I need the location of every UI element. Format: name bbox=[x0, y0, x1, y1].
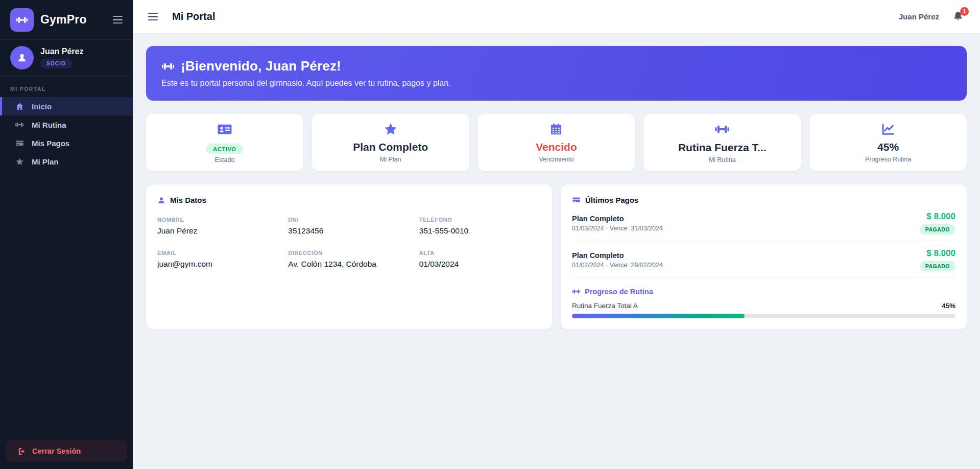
sidebar-item-mi-rutina[interactable]: Mi Rutina bbox=[0, 115, 133, 134]
status-badge: ACTIVO bbox=[206, 144, 243, 154]
payment-dates: 01/03/2024 · Vence: 31/03/2024 bbox=[572, 225, 663, 232]
payment-amount: $ 8.000 bbox=[920, 248, 955, 259]
welcome-banner: ¡Bienvenido, Juan Pérez! Este es tu port… bbox=[146, 46, 967, 101]
payment-amount: $ 8.000 bbox=[920, 212, 955, 222]
stat-card-mi-plan: Plan Completo Mi Plan bbox=[312, 114, 469, 171]
field-alta: ALTA 01/03/2024 bbox=[419, 250, 541, 269]
sidebar-item-label: Inicio bbox=[32, 102, 52, 111]
payment-row: Plan Completo 01/02/2024 · Vence: 29/02/… bbox=[572, 241, 955, 278]
dumbbell-icon bbox=[15, 120, 24, 129]
stat-label: Mi Plan bbox=[380, 156, 401, 163]
sidebar-item-mis-pagos[interactable]: Mis Pagos bbox=[0, 134, 133, 152]
chart-line-icon bbox=[881, 122, 895, 136]
topbar: Mi Portal Juan Pérez 1 bbox=[133, 0, 980, 34]
ultimos-pagos-card: Últimos Pagos Plan Completo 01/03/2024 ·… bbox=[561, 184, 967, 330]
stats-row: ACTIVO Estado Plan Completo Mi Plan Venc… bbox=[146, 114, 967, 171]
stat-card-vencimiento: Vencido Vencimiento bbox=[478, 114, 635, 171]
user-icon bbox=[157, 196, 165, 204]
sidebar-logo-row: GymPro bbox=[0, 0, 133, 40]
credit-card-icon bbox=[15, 139, 24, 148]
notifications-button[interactable]: 1 bbox=[952, 11, 965, 23]
payment-dates: 01/02/2024 · Vence: 29/02/2024 bbox=[572, 262, 663, 269]
field-label: DNI bbox=[288, 217, 410, 223]
field-label: EMAIL bbox=[157, 250, 279, 256]
star-icon bbox=[384, 122, 398, 136]
app-logo bbox=[10, 8, 34, 32]
payment-status-badge: PAGADO bbox=[920, 261, 955, 271]
sidebar-nav: Inicio Mi Rutina Mis Pagos Mi Plan bbox=[0, 97, 133, 171]
field-value: juan@gym.com bbox=[157, 260, 279, 269]
field-value: Av. Colón 1234, Córdoba bbox=[288, 260, 410, 269]
field-telefono: TELÉFONO 351-555-0010 bbox=[419, 217, 541, 236]
logout-icon bbox=[17, 447, 26, 456]
sidebar-item-mi-plan[interactable]: Mi Plan bbox=[0, 152, 133, 171]
stat-value: Rutina Fuerza T... bbox=[678, 142, 767, 154]
sidebar: GymPro Juan Pérez SOCIO MI PORTAL Inicio… bbox=[0, 0, 133, 469]
field-value: Juan Pérez bbox=[157, 226, 279, 236]
role-badge: SOCIO bbox=[40, 59, 72, 68]
field-nombre: NOMBRE Juan Pérez bbox=[157, 217, 279, 236]
mis-datos-card: Mis Datos NOMBRE Juan Pérez DNI 35123456… bbox=[146, 184, 552, 330]
routine-percent: 45% bbox=[942, 302, 955, 310]
dumbbell-icon bbox=[16, 14, 28, 26]
content-area: ¡Bienvenido, Juan Pérez! Este es tu port… bbox=[133, 34, 980, 342]
field-dni: DNI 35123456 bbox=[288, 217, 410, 236]
field-direccion: DIRECCIÓN Av. Colón 1234, Córdoba bbox=[288, 250, 410, 269]
logout-button[interactable]: Cerrar Sesión bbox=[6, 440, 127, 462]
menu-toggle-button[interactable] bbox=[148, 13, 158, 21]
panels-row: Mis Datos NOMBRE Juan Pérez DNI 35123456… bbox=[146, 184, 967, 330]
stat-card-estado: ACTIVO Estado bbox=[146, 114, 303, 171]
id-card-icon bbox=[217, 122, 232, 137]
sidebar-item-label: Mis Pagos bbox=[32, 139, 69, 148]
stat-label: Progreso Rutina bbox=[865, 156, 911, 163]
stat-card-progreso: 45% Progreso Rutina bbox=[809, 114, 967, 171]
dumbbell-icon bbox=[714, 122, 730, 137]
field-label: NOMBRE bbox=[157, 217, 279, 223]
home-icon bbox=[15, 102, 24, 111]
payment-plan: Plan Completo bbox=[572, 251, 663, 260]
field-email: EMAIL juan@gym.com bbox=[157, 250, 279, 269]
sidebar-item-label: Mi Plan bbox=[32, 157, 59, 166]
app-name: GymPro bbox=[40, 13, 113, 27]
welcome-subtitle: Este es tu portal personal del gimnasio.… bbox=[161, 79, 951, 88]
field-label: DIRECCIÓN bbox=[288, 250, 410, 256]
star-icon bbox=[15, 157, 24, 166]
payment-row: Plan Completo 01/03/2024 · Vence: 31/03/… bbox=[572, 204, 955, 241]
welcome-title: ¡Bienvenido, Juan Pérez! bbox=[181, 58, 341, 74]
routine-progress-fill bbox=[572, 314, 745, 318]
topbar-user-name: Juan Pérez bbox=[899, 12, 939, 21]
field-value: 01/03/2024 bbox=[419, 260, 541, 269]
main-column: Mi Portal Juan Pérez 1 ¡Bienvenido, Juan… bbox=[133, 0, 980, 469]
notification-count-badge: 1 bbox=[960, 7, 969, 16]
sidebar-collapse-button[interactable] bbox=[113, 16, 123, 24]
stat-label: Vencimiento bbox=[539, 156, 573, 163]
field-label: TELÉFONO bbox=[419, 217, 541, 223]
mis-datos-title: Mis Datos bbox=[170, 196, 206, 204]
stat-value: Plan Completo bbox=[353, 141, 428, 153]
payment-plan: Plan Completo bbox=[572, 215, 663, 223]
routine-progress-bar bbox=[572, 314, 955, 318]
avatar bbox=[10, 46, 34, 69]
field-value: 35123456 bbox=[288, 226, 410, 236]
stat-card-mi-rutina: Rutina Fuerza T... Mi Rutina bbox=[643, 114, 801, 171]
field-label: ALTA bbox=[419, 250, 541, 256]
sidebar-user-name: Juan Pérez bbox=[40, 47, 83, 56]
sidebar-section-label: MI PORTAL bbox=[0, 76, 133, 97]
stat-value: Vencido bbox=[536, 141, 577, 153]
sidebar-user-card: Juan Pérez SOCIO bbox=[0, 40, 133, 76]
routine-progress-title: Progreso de Rutina bbox=[585, 288, 653, 296]
sidebar-item-label: Mi Rutina bbox=[32, 121, 66, 129]
page-title: Mi Portal bbox=[172, 11, 215, 22]
stat-value: 45% bbox=[877, 141, 899, 153]
logout-label: Cerrar Sesión bbox=[32, 447, 81, 455]
credit-card-icon bbox=[572, 196, 581, 204]
dumbbell-icon bbox=[161, 60, 175, 73]
stat-label: Mi Rutina bbox=[709, 156, 736, 163]
stat-label: Estado bbox=[214, 156, 234, 163]
ultimos-pagos-title: Últimos Pagos bbox=[585, 196, 638, 204]
datos-grid: NOMBRE Juan Pérez DNI 35123456 TELÉFONO … bbox=[157, 217, 541, 269]
dumbbell-icon bbox=[572, 287, 581, 296]
user-icon bbox=[16, 52, 28, 63]
payment-status-badge: PAGADO bbox=[920, 224, 955, 235]
sidebar-item-inicio[interactable]: Inicio bbox=[0, 97, 133, 115]
